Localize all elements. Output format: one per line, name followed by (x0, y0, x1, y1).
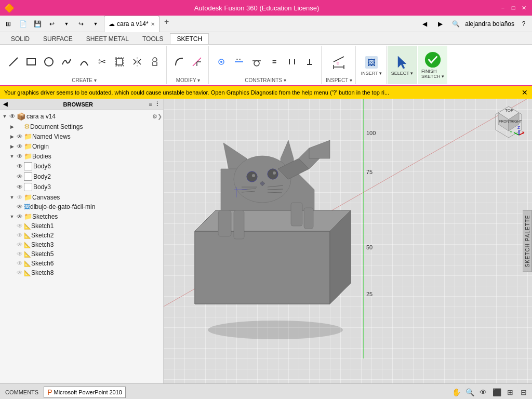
circle-tool[interactable] (41, 54, 57, 70)
coincident-constraint[interactable] (213, 54, 230, 70)
grid-icon[interactable]: ⊞ (2, 18, 15, 30)
root-eye[interactable]: 👁 (8, 113, 17, 120)
finish-sketch-button[interactable]: FINISH SKETCH ▾ (421, 51, 444, 79)
named-views-eye[interactable]: 👁 (16, 133, 24, 140)
canvas-image-eye[interactable]: 👁 (16, 203, 24, 210)
line-tool[interactable] (5, 54, 22, 70)
tree-body2[interactable]: 👁 Body2 (0, 171, 163, 182)
save-icon[interactable]: 💾 (31, 18, 44, 30)
project-tool[interactable] (147, 54, 163, 70)
tree-body6[interactable]: 👁 Body6 (0, 161, 163, 171)
undo-button[interactable]: ↩ (46, 18, 58, 30)
redo-button[interactable]: ↪ (75, 18, 87, 30)
help-button[interactable]: ? (517, 18, 530, 30)
origin-folder-icon: 📁 (24, 142, 32, 150)
body6-eye[interactable]: 👁 (16, 163, 24, 170)
hand-tool-btn[interactable]: ✋ (450, 386, 462, 398)
tree-body3[interactable]: 👁 Body3 (0, 182, 163, 192)
parallel-constraint[interactable] (284, 54, 300, 70)
tab-close-button[interactable]: ✕ (151, 21, 155, 27)
title-left: 🔶 (4, 3, 15, 13)
canvases-eye[interactable]: 👁 (16, 194, 24, 201)
browser-collapse-icon[interactable]: ◀ (3, 101, 7, 108)
redo-dropdown[interactable]: ▼ (89, 18, 102, 30)
body2-eye[interactable]: 👁 (16, 173, 24, 180)
tab-tools[interactable]: TOOLS (136, 33, 170, 44)
file-icon[interactable]: 📄 (17, 18, 29, 30)
close-button[interactable]: ✕ (520, 4, 528, 12)
tree-sketch6[interactable]: 👁 📐 Sketch6 (0, 259, 163, 268)
tree-named-views[interactable]: ▶ 👁 📁 Named Views (0, 131, 163, 141)
tab-sketch[interactable]: SKETCH (170, 33, 209, 44)
equal-constraint[interactable]: = (266, 54, 283, 70)
insert-tool[interactable]: 🖼 INSERT ▾ (360, 51, 383, 79)
tree-root[interactable]: ▼ 👁 📦 cara a v14 ⚙ ❯ (0, 111, 163, 122)
canvas-area[interactable]: 100 75 50 25 (164, 99, 532, 383)
notification-close[interactable]: ✕ (522, 88, 528, 97)
body2-checkbox[interactable] (24, 172, 32, 181)
svg-text:Z: Z (517, 125, 520, 130)
display-btn[interactable]: ⬛ (490, 386, 503, 398)
dimension-tool[interactable]: D (330, 54, 347, 70)
layout-btn[interactable]: ⊟ (517, 386, 530, 398)
tree-canvases[interactable]: ▼ 👁 📁 Canvases (0, 192, 163, 202)
zoom-btn[interactable]: 🔍 (463, 386, 476, 398)
trim-tool[interactable]: ✂ (94, 54, 110, 70)
arc-tool[interactable] (76, 54, 92, 70)
fillet-tool[interactable] (171, 54, 188, 70)
canvases-label: Canvases (32, 194, 162, 201)
sketch-palette-tab[interactable]: SKETCH PALETTE (523, 210, 532, 272)
sketch8-eye[interactable]: 👁 (16, 269, 24, 276)
origin-eye[interactable]: 👁 (16, 143, 24, 150)
tree-sketch5[interactable]: 👁 📐 Sketch5 (0, 249, 163, 259)
tree-doc-settings[interactable]: ▶ ⚙ Document Settings (0, 122, 163, 131)
grid-btn[interactable]: ⊞ (504, 386, 516, 398)
undo-dropdown[interactable]: ▼ (60, 18, 73, 30)
offset-tool[interactable] (111, 54, 128, 70)
tree-sketches[interactable]: ▼ 👁 📁 Sketches (0, 211, 163, 221)
body3-eye[interactable]: 👁 (16, 183, 24, 191)
current-tab[interactable]: ☁ cara a v14* ✕ (104, 16, 159, 32)
bodies-eye[interactable]: 👁 (16, 153, 24, 160)
tree-sketch8[interactable]: 👁 📐 Sketch8 (0, 268, 163, 277)
spline-tool[interactable] (58, 54, 75, 70)
browser-settings-icon[interactable]: ≡ (149, 101, 152, 108)
maximize-button[interactable]: □ (509, 4, 517, 12)
body3-checkbox[interactable] (24, 183, 32, 191)
powerpoint-app-btn[interactable]: P Microsoft PowerPoint 2010 (44, 387, 126, 398)
body6-checkbox[interactable] (24, 162, 32, 170)
sketch-scale-tool[interactable] (189, 54, 205, 70)
sketch3-eye[interactable]: 👁 (16, 241, 24, 248)
nav-back-button[interactable]: ◀ (418, 18, 431, 30)
view-btn[interactable]: 👁 (477, 386, 489, 398)
tree-sketch3[interactable]: 👁 📐 Sketch3 (0, 240, 163, 249)
sketch6-eye[interactable]: 👁 (16, 260, 24, 267)
new-tab-button[interactable]: + (161, 16, 173, 28)
svg-rect-1 (27, 59, 35, 65)
perpendicular-constraint[interactable] (301, 54, 318, 70)
root-gear-icon[interactable]: ⚙ (152, 113, 157, 120)
tree-bodies[interactable]: ▼ 👁 📁 Bodies (0, 151, 163, 161)
tangent-constraint[interactable] (248, 54, 265, 70)
sketch2-eye[interactable]: 👁 (16, 232, 24, 239)
modify-group: MODIFY ▾ (168, 46, 209, 84)
tree-origin[interactable]: ▶ 👁 📁 Origin (0, 141, 163, 151)
search-icon[interactable]: 🔍 (449, 18, 462, 30)
minimize-button[interactable]: − (499, 4, 507, 12)
select-tool[interactable]: SELECT ▾ (391, 51, 414, 79)
mirror-tool[interactable] (129, 54, 145, 70)
collinear-constraint[interactable] (231, 54, 247, 70)
tree-sketch1[interactable]: 👁 📐 Sketch1 (0, 221, 163, 231)
tree-sketch2[interactable]: 👁 📐 Sketch2 (0, 231, 163, 240)
nav-forward-button[interactable]: ▶ (434, 18, 446, 30)
rect-tool[interactable] (23, 54, 39, 70)
root-expand-icon[interactable]: ❯ (157, 113, 162, 120)
sketches-eye[interactable]: 👁 (16, 213, 24, 220)
sketch5-eye[interactable]: 👁 (16, 250, 24, 258)
browser-menu-icon[interactable]: ⋮ (154, 101, 160, 108)
tab-solid[interactable]: SOLID (4, 33, 36, 44)
tab-sheet-metal[interactable]: SHEET METAL (79, 33, 136, 44)
tree-canvas-image[interactable]: 👁 🖼 dibujo-de-gato-fácil-min (0, 202, 163, 211)
tab-surface[interactable]: SURFACE (36, 33, 79, 44)
sketch1-eye[interactable]: 👁 (16, 222, 24, 230)
